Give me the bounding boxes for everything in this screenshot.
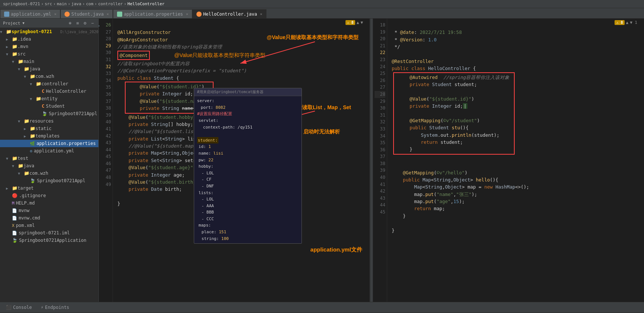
breadcrumb-java[interactable]: java (72, 1, 82, 6)
java-icon (64, 12, 70, 17)
project-sidebar: Project ▼ ⊕ ≡ ⚙ − ▼ 📁 springboot-0721 D:… (0, 19, 99, 302)
breadcrumb-controller[interactable]: controller (98, 1, 123, 6)
tab-label: application.properties (124, 12, 183, 17)
sidebar-item-static[interactable]: ▶ 📁 static (0, 125, 98, 132)
sidebar-item-springboot-app2[interactable]: 🍃 Springboot0721Application (0, 237, 98, 244)
breadcrumb-main[interactable]: main (57, 1, 67, 6)
tab-close-icon[interactable]: ✕ (186, 12, 188, 16)
sidebar-item-mvnw-cmd[interactable]: 📄 mvnw.cmd (0, 214, 98, 222)
warning-count-right: ⚠ 8 (615, 20, 624, 25)
breadcrumb-file[interactable]: HelloController (127, 1, 164, 6)
folder-icon: 📁 (12, 37, 18, 42)
sidebar-item-entity[interactable]: ▼ 📁 entity (0, 95, 98, 102)
sidebar-item-label: application.yml (34, 148, 98, 154)
sidebar-item-label: com.wzh (35, 74, 98, 79)
folder-icon: 📁 (12, 51, 18, 57)
sidebar-item-pom[interactable]: X pom.xml (0, 222, 98, 229)
tab-hello-controller[interactable]: HelloController.java ✕ (192, 9, 266, 18)
tab-close-icon[interactable]: ✕ (54, 12, 56, 16)
breadcrumb-com[interactable]: com (86, 1, 94, 6)
yaml-icon (4, 12, 9, 17)
sidebar-item-help[interactable]: M HELP.md (0, 199, 98, 207)
java-file-icon: C (42, 104, 44, 109)
folder-icon: 📁 (24, 171, 29, 176)
sidebar-item-hellocontroller[interactable]: C HelloController (0, 88, 98, 95)
sidebar-item-comwzh[interactable]: ▼ 📁 com.wzh (0, 73, 98, 80)
tab-close-icon[interactable]: ✕ (107, 12, 109, 16)
project-dropdown-icon[interactable]: ▼ (22, 21, 24, 25)
sidebar-item-root[interactable]: ▼ 📁 springboot-0721 D:\java_idea_2020 (0, 28, 98, 35)
sidebar-item-gitignore[interactable]: 🔴 .gitignore (0, 192, 98, 199)
panel-divider[interactable] (370, 19, 373, 302)
sidebar-item-src[interactable]: ▼ 📁 src (0, 50, 98, 58)
tab-application-props[interactable]: application.properties ✕ (113, 9, 192, 18)
spring-icon: 🍃 (30, 178, 35, 183)
tab-close-icon[interactable]: ✕ (260, 12, 262, 16)
nav-down-icon[interactable]: ▼ (360, 20, 363, 25)
breadcrumb-bar: springboot-0721 › src › main › java › co… (0, 0, 644, 8)
yaml-terminal-popup: #用来启动Springboot/tomcat服务器 server: port: … (194, 88, 302, 244)
sidebar-item-controller[interactable]: ▼ 📁 controller (0, 80, 98, 88)
sidebar-item-label: controller (41, 81, 98, 86)
sidebar-item-label: test (18, 156, 98, 161)
right-code-panel: ⚠ 8 ▲ ▼ 1 18 19 20 21 22▶ 23 24 25 26 (373, 19, 644, 302)
tab-application-yml[interactable]: application.yml ✕ (0, 9, 60, 18)
sidebar-item-test-comwzh[interactable]: ▼ 📁 com.wzh (0, 170, 98, 177)
sidebar-item-test-app[interactable]: 🍃 Springboot0721Appl (0, 177, 98, 184)
sidebar-item-mvnw[interactable]: 📄 mvnw (0, 207, 98, 214)
sidebar-item-test-java[interactable]: ▼ 📁 java (0, 162, 98, 170)
sidebar-item-target[interactable]: ▶ 📁 target (0, 184, 98, 192)
collapse-icon[interactable]: ≡ (75, 20, 80, 26)
sidebar-item-java[interactable]: ▼ 📁 java (0, 65, 98, 73)
nav-up-icon[interactable]: ▲ (626, 20, 629, 25)
sidebar-item-label: resources (29, 118, 98, 124)
folder-icon: 📁 (12, 186, 18, 191)
sidebar-item-templates[interactable]: ▶ 📁 templates (0, 132, 98, 140)
sidebar-item-app-props[interactable]: 🌿 application.properties (0, 140, 98, 147)
git-icon: 🔴 (12, 193, 18, 198)
tab-bar: application.yml ✕ Student.java ✕ applica… (0, 8, 644, 19)
console-tab[interactable]: ⬛ Console (1, 303, 37, 312)
folder-icon: 📁 (30, 74, 35, 79)
sidebar-item-label: static (35, 126, 98, 131)
close-sidebar-icon[interactable]: − (89, 20, 95, 26)
sidebar-item-main[interactable]: ▼ 📁 main (0, 58, 98, 65)
locate-icon[interactable]: ⊕ (67, 20, 73, 26)
sidebar-item-resources[interactable]: ▼ 📁 resources (0, 117, 98, 125)
folder-icon: 📁 (30, 133, 35, 139)
warning-indicator-left: ⚠ 8 ▲ ▼ (345, 20, 363, 25)
sidebar-item-label: mvnw.cmd (19, 215, 98, 221)
breadcrumb: springboot-0721 › src › main › java › co… (3, 1, 164, 6)
sidebar-item-label: java (23, 163, 98, 168)
tab-student-java[interactable]: Student.java ✕ (60, 9, 113, 18)
console-label: Console (13, 305, 32, 310)
nav-up-icon[interactable]: ▲ (357, 20, 359, 25)
annotation-parse-label: 启动时无法解析 (303, 129, 340, 135)
sidebar-item-label: java (29, 66, 98, 72)
breadcrumb-project[interactable]: springboot-0721 (3, 1, 40, 6)
sidebar-item-student[interactable]: C Student (0, 102, 98, 110)
sidebar-item-iml[interactable]: 📄 springboot-0721.iml (0, 229, 98, 237)
sidebar-item-mvn[interactable]: ▶ 📁 .mvn (0, 43, 98, 50)
sidebar-item-app-yml[interactable]: ⚙ application.yml (0, 147, 98, 155)
sidebar-item-test[interactable]: ▼ 📁 test (0, 155, 98, 162)
annotation-value-label: @Value只能读取基本类型和字符串类型 (267, 34, 359, 41)
nav-down-icon[interactable]: ▼ 1 (630, 20, 637, 25)
code-editor-right[interactable]: 18 19 20 21 22▶ 23 24 25 26 27 28 29 30 … (373, 19, 644, 302)
props-icon: 🌿 (30, 141, 35, 146)
endpoints-tab[interactable]: ⚡ Endpoints (37, 303, 74, 312)
settings-icon[interactable]: ⚙ (82, 20, 88, 26)
sidebar-item-label: templates (35, 133, 98, 139)
breadcrumb-src[interactable]: src (45, 1, 52, 6)
endpoints-label: Endpoints (45, 305, 69, 310)
props-icon (117, 12, 122, 17)
sidebar-item-springboot-app[interactable]: 🍃 Springboot0721Appl (0, 110, 98, 117)
folder-icon: 📁 (24, 66, 29, 72)
ide-window: springboot-0721 › src › main › java › co… (0, 0, 644, 313)
code-content-right[interactable]: * @date: 2022/7/21 19:58 * @Version: 1.0… (387, 19, 644, 302)
sidebar-item-label: com.wzh (29, 171, 98, 176)
sidebar-item-idea[interactable]: ▶ 📁 .idea (0, 35, 98, 43)
app-yml-label: application.yml文件 (310, 246, 362, 253)
warning-count: ⚠ 8 (345, 20, 355, 25)
console-icon: ⬛ (6, 305, 12, 310)
